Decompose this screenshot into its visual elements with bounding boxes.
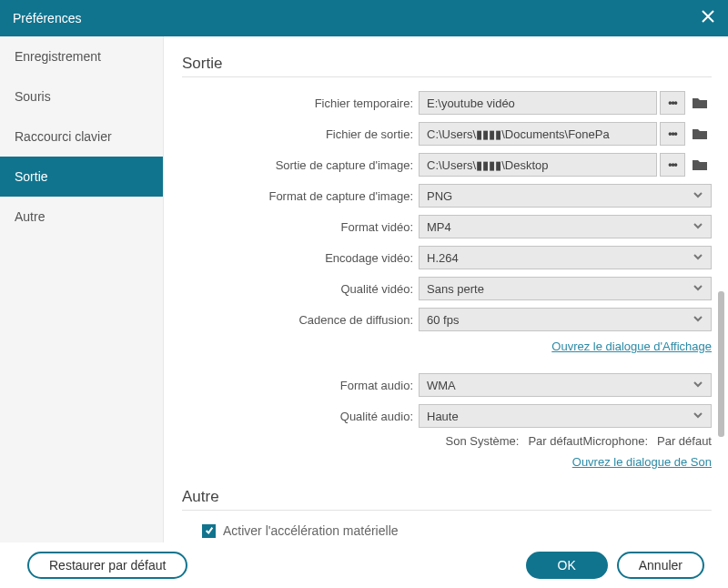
- window-title: Préférences: [13, 11, 81, 25]
- row-output-file: Fichier de sortie: C:\Users\▮▮▮▮\Documen…: [182, 121, 712, 147]
- select-aud-format[interactable]: WMA: [419, 373, 712, 397]
- row-vid-quality: Qualité vidéo: Sans perte: [182, 276, 712, 301]
- select-aud-quality[interactable]: Haute: [419, 404, 712, 428]
- row-img-output: Sortie de capture d'image: C:\Users\▮▮▮▮…: [182, 152, 712, 177]
- row-sound-defaults: Son Système:Par défaut Microphone:Par dé…: [182, 434, 712, 448]
- label-img-output: Sortie de capture d'image:: [182, 158, 419, 172]
- label-aud-format: Format audio:: [182, 379, 419, 392]
- label-syssound: Son Système:: [446, 434, 520, 448]
- checkbox-hw-accel[interactable]: [202, 524, 216, 538]
- restore-defaults-button[interactable]: Restaurer par défaut: [27, 552, 187, 579]
- label-vid-quality: Qualité vidéo:: [182, 282, 419, 296]
- chevron-down-icon: [693, 189, 703, 203]
- main-area: Enregistrement Souris Raccourci clavier …: [0, 36, 728, 542]
- row-temp-file: Fichier temporaire: E:\youtube vidéo •••: [182, 90, 712, 116]
- value-syssound: Par défaut: [528, 434, 582, 448]
- sidebar-item-autre[interactable]: Autre: [0, 197, 163, 237]
- select-fps[interactable]: 60 fps: [419, 308, 712, 331]
- label-fps: Cadence de diffusion:: [182, 313, 419, 327]
- input-img-output[interactable]: C:\Users\▮▮▮▮\Desktop: [419, 153, 657, 177]
- select-value: Haute: [427, 410, 459, 423]
- row-aud-quality: Qualité audio: Haute: [182, 403, 712, 429]
- row-img-format: Format de capture d'image: PNG: [182, 183, 712, 208]
- select-value: WMA: [427, 379, 456, 392]
- row-aud-format: Format audio: WMA: [182, 372, 712, 398]
- select-value: H.264: [427, 251, 459, 265]
- chevron-down-icon: [693, 251, 703, 265]
- browse-button-img-output[interactable]: •••: [660, 153, 685, 177]
- sidebar-item-souris[interactable]: Souris: [0, 76, 163, 117]
- label-aud-quality: Qualité audio:: [182, 410, 419, 423]
- select-value: MP4: [427, 220, 451, 234]
- footer: Restaurer par défaut OK Annuler: [0, 542, 728, 588]
- label-vid-format: Format vidéo:: [182, 220, 419, 234]
- chevron-down-icon: [693, 220, 703, 234]
- content-panel: Sortie Fichier temporaire: E:\youtube vi…: [164, 36, 728, 542]
- sidebar-item-raccourci[interactable]: Raccourci clavier: [0, 117, 163, 157]
- sidebar-item-enregistrement[interactable]: Enregistrement: [0, 36, 163, 76]
- select-value: 60 fps: [427, 313, 459, 327]
- sidebar-item-sortie[interactable]: Sortie: [0, 157, 163, 197]
- label-output-file: Fichier de sortie:: [182, 127, 419, 141]
- row-vid-enc: Encodage vidéo: H.264: [182, 245, 712, 270]
- label-img-format: Format de capture d'image:: [182, 189, 419, 203]
- select-img-format[interactable]: PNG: [419, 184, 712, 208]
- titlebar: Préférences: [0, 0, 728, 36]
- link-sound-dialog[interactable]: Ouvrez le dialogue de Son: [572, 455, 712, 469]
- cancel-button[interactable]: Annuler: [617, 552, 704, 579]
- select-value: PNG: [427, 189, 452, 203]
- value-mic: Par défaut: [657, 434, 712, 448]
- browse-button-temp[interactable]: •••: [660, 91, 685, 115]
- close-icon[interactable]: [701, 9, 715, 27]
- folder-icon[interactable]: [688, 91, 712, 115]
- select-vid-enc[interactable]: H.264: [419, 246, 712, 269]
- sidebar: Enregistrement Souris Raccourci clavier …: [0, 36, 164, 542]
- section-title-autre: Autre: [182, 488, 712, 511]
- section-title-sortie: Sortie: [182, 55, 712, 77]
- row-vid-format: Format vidéo: MP4: [182, 214, 712, 239]
- row-hw-accel[interactable]: Activer l'accélération matérielle: [182, 523, 712, 538]
- browse-button-output[interactable]: •••: [660, 122, 685, 146]
- label-hw-accel: Activer l'accélération matérielle: [223, 523, 399, 538]
- label-mic: Microphone:: [582, 434, 648, 448]
- chevron-down-icon: [693, 313, 703, 327]
- chevron-down-icon: [693, 379, 703, 392]
- select-value: Sans perte: [427, 282, 484, 296]
- input-temp-file[interactable]: E:\youtube vidéo: [419, 91, 657, 115]
- input-output-file[interactable]: C:\Users\▮▮▮▮\Documents\FonePa: [419, 122, 657, 146]
- scrollbar-thumb[interactable]: [718, 291, 724, 437]
- ok-button[interactable]: OK: [526, 552, 608, 579]
- folder-icon[interactable]: [688, 122, 712, 146]
- row-fps: Cadence de diffusion: 60 fps: [182, 307, 712, 332]
- label-temp-file: Fichier temporaire:: [182, 96, 419, 110]
- chevron-down-icon: [693, 282, 703, 296]
- folder-icon[interactable]: [688, 153, 712, 177]
- select-vid-quality[interactable]: Sans perte: [419, 277, 712, 300]
- label-vid-enc: Encodage vidéo:: [182, 251, 419, 265]
- link-display-dialog[interactable]: Ouvrez le dialogue d'Affichage: [551, 340, 712, 353]
- select-vid-format[interactable]: MP4: [419, 215, 712, 238]
- chevron-down-icon: [693, 410, 703, 423]
